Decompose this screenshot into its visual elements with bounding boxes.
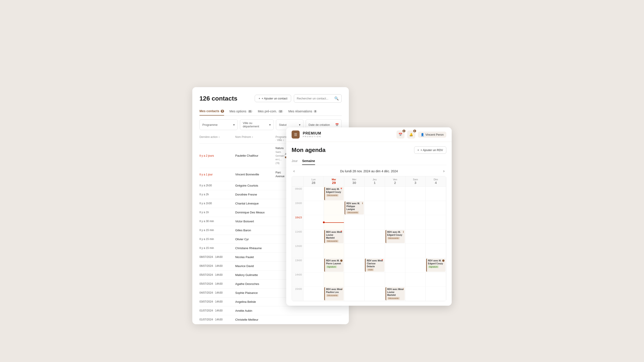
grid-cell-6-0 <box>304 272 324 287</box>
appt-badge: Découverte <box>326 194 338 197</box>
appointment-card[interactable]: 📍 RDV avec Mme Louise Martelet Découvert… <box>324 230 344 243</box>
cell-name: Amélie Aubin <box>235 309 276 312</box>
day-header-4: Ven2 <box>385 176 406 187</box>
appt-badge: Découverte <box>346 211 359 214</box>
add-rdv-label: + Ajouter un RDV <box>420 148 443 152</box>
appointment-card[interactable]: ℹ RDV avec Mme Pauline Lou Découverte <box>324 287 344 300</box>
appt-type-icon: ℹ <box>362 202 363 204</box>
appt-type-icon: ℹ <box>403 231 404 233</box>
tab-jour[interactable]: Jour <box>292 157 298 165</box>
grid-cell-4-6 <box>426 244 446 258</box>
cell-name: Grégoire Courtois <box>235 184 276 187</box>
cell-programme: NaturaSaint-Germain-en-L... (78) <box>276 146 285 165</box>
add-contact-label: + Ajouter un contact <box>262 97 287 100</box>
menu-button[interactable]: ☰ <box>292 130 300 139</box>
grid-cell-0-4 <box>385 187 406 201</box>
grid-cell-5-6: ⬤ RDV avec M. Edgard Couzy Signature <box>426 258 446 272</box>
grid-cell-5-5 <box>406 258 426 272</box>
cell-name: Christiane Rhéaume <box>235 247 276 250</box>
grid-cell-5-3: 📍 RDV avec Mme Clarisse Delacte Visite <box>364 258 385 272</box>
grid-cell-4-2 <box>344 244 364 258</box>
appointment-card[interactable]: 📍 RDV avec M. Edgard Couzy Découverte <box>324 187 344 200</box>
appt-type-icon: ℹ <box>403 288 404 290</box>
appointment-card[interactable]: ⬤ RDV avec M. Pierre Laumet Signature <box>324 259 344 272</box>
calendar-icon-button[interactable]: 📅 2 <box>396 130 404 139</box>
grid-cell-2-3 <box>364 215 385 230</box>
grid-cell-6-2 <box>344 272 364 287</box>
day-header-2: Mer30 <box>344 176 364 187</box>
grid-cell-1-0 <box>304 201 324 215</box>
grid-cell-4-5 <box>406 244 426 258</box>
grid-cell-6-3 <box>364 272 385 287</box>
appt-badge: Découverte <box>326 240 338 242</box>
grid-cell-3-5 <box>406 230 426 244</box>
cell-name: Paulette Chalifour <box>235 154 276 157</box>
appointment-card[interactable]: 📍 RDV avec Mme Clarisse Delacte Visite <box>365 259 384 272</box>
add-rdv-button[interactable]: + + Ajouter un RDV <box>414 146 446 154</box>
grid-cell-4-0 <box>304 244 324 258</box>
contacts-header: 126 contacts + + Ajouter un contact 🔍 <box>200 94 342 103</box>
tab-mes-precom[interactable]: Mes pré-com. 12 <box>258 107 283 115</box>
current-time-line <box>324 222 344 223</box>
grid-cell-4-3 <box>364 244 385 258</box>
grid-cell-4-4 <box>385 244 406 258</box>
appointment-card[interactable]: ℹ RDV avec M. Philippe Lavigne Découvert… <box>344 201 364 215</box>
add-contact-button[interactable]: + + Ajouter un contact <box>255 95 291 102</box>
grid-cell-7-5 <box>406 287 426 301</box>
search-input[interactable] <box>297 97 332 100</box>
cell-action: Il y a 30 min <box>200 220 235 223</box>
grid-cell-0-5 <box>406 187 426 201</box>
appointment-card[interactable]: ℹ RDV avec M. Edgard Couzy Découverte <box>386 230 405 243</box>
time-label-1: 10h00 <box>292 201 304 215</box>
grid-cell-2-5 <box>406 215 426 230</box>
time-label-7: 15h00 <box>292 287 304 301</box>
grid-cell-5-4 <box>385 258 406 272</box>
grid-cell-7-0 <box>304 287 324 301</box>
appt-badge: Découverte <box>326 294 338 297</box>
prev-week-button[interactable]: ‹ <box>292 168 296 174</box>
calendar-badge: 2 <box>402 130 406 132</box>
brand-name: PREMIUM <box>303 131 321 135</box>
grid-cell-4-1 <box>324 244 344 258</box>
appointment-card[interactable]: ⬤ RDV avec M. Edgard Couzy Signature <box>426 259 446 272</box>
user-button[interactable]: 👤 Vincent Peron <box>418 132 446 138</box>
time-label-4: 12h00 <box>292 244 304 258</box>
grid-cell-3-4: ℹ RDV avec M. Edgard Couzy Découverte <box>385 230 406 244</box>
cell-action: 05/07/2024 · 14h30 <box>200 282 235 285</box>
cell-name: Agathe Desroches <box>235 282 276 286</box>
grid-cell-1-6 <box>426 201 446 215</box>
appt-badge: Découverte <box>387 237 400 240</box>
appt-badge: Signature <box>326 266 337 268</box>
grid-cell-7-1: ℹ RDV avec Mme Pauline Lou Découverte <box>324 287 344 301</box>
next-week-button[interactable]: › <box>442 168 446 174</box>
grid-cell-2-1 <box>324 215 344 230</box>
grid-cell-5-1: ⬤ RDV avec M. Pierre Laumet Signature <box>324 258 344 272</box>
appt-type-icon: 📍 <box>340 231 342 233</box>
filter-programme[interactable]: Programme ▾ <box>200 119 238 130</box>
tab-mes-contacts[interactable]: Mes contacts 9 <box>200 107 224 115</box>
contacts-actions: + + Ajouter un contact 🔍 <box>255 94 342 103</box>
grid-cell-3-6 <box>426 230 446 244</box>
appt-badge: Découverte <box>387 297 400 300</box>
time-label-3: 11h00 <box>292 230 304 244</box>
tab-mes-options[interactable]: Mes options 21 <box>230 107 252 115</box>
appt-name: RDV avec Mme Louise Martelet <box>387 288 404 297</box>
tab-mes-reservations[interactable]: Mes réservations 8 <box>288 107 317 115</box>
grid-cell-3-0 <box>304 230 324 244</box>
topbar-left: ☰ PREMIUM PROMOTION <box>292 130 321 139</box>
cell-action: 05/07/2024 · 14h30 <box>200 273 235 276</box>
cell-name: Angelina Belisle <box>235 300 276 304</box>
cell-action: Il y a 1h <box>200 211 235 214</box>
day-header-3: Jeu1 <box>364 176 385 187</box>
notifications-button[interactable]: 🔔 2 <box>407 130 415 139</box>
tab-semaine[interactable]: Semaine <box>302 157 315 165</box>
appointment-card[interactable]: ℹ RDV avec Mme Louise Martelet Découvert… <box>386 287 405 300</box>
agenda-title: Mon agenda <box>292 147 326 153</box>
cell-action: Il y a 15 min <box>200 247 235 250</box>
view-tabs: Jour Semaine <box>292 157 446 165</box>
cell-name: Christelle Meilleur <box>235 318 276 321</box>
agenda-panel: ☰ PREMIUM PROMOTION 📅 2 🔔 2 👤 V <box>286 127 452 306</box>
filter-ville[interactable]: Ville ou département ▾ <box>240 119 274 130</box>
grid-cell-0-2 <box>344 187 364 201</box>
grid-cell-1-4 <box>385 201 406 215</box>
